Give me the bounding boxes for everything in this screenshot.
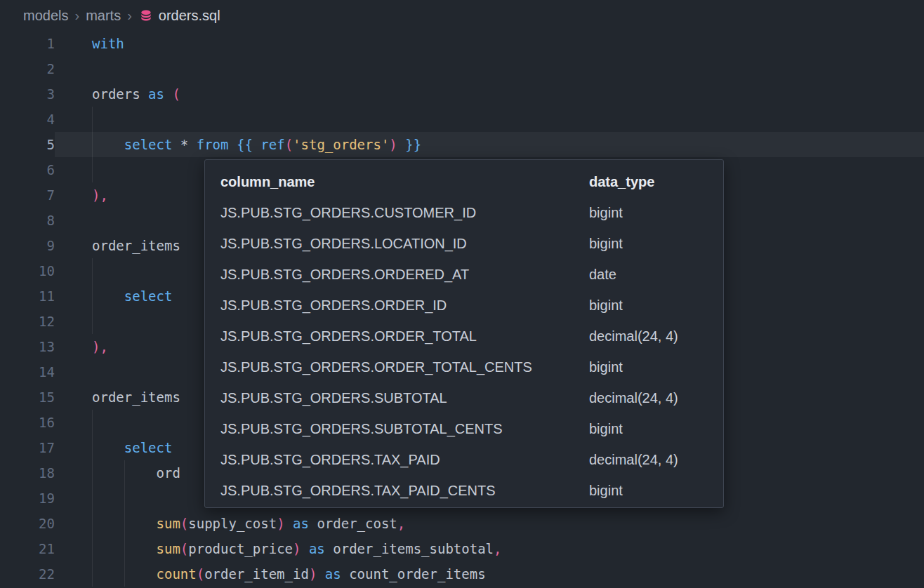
line-number: 19	[0, 486, 55, 511]
code-token: order_items	[92, 389, 180, 405]
data-type-cell: decimal(24, 4)	[589, 321, 723, 352]
indent-guide	[124, 486, 125, 511]
code-token	[317, 566, 324, 582]
code-token: select	[124, 137, 173, 152]
editor-window: { "breadcrumb": { "path": ["models", "ma…	[0, 0, 924, 588]
column-name-cell: JS.PUB.STG_ORDERS.ORDER_TOTAL	[220, 321, 589, 352]
line-number: 6	[0, 157, 55, 182]
code-line-3[interactable]: orders as (	[55, 81, 924, 107]
code-token: count_order_items	[349, 566, 485, 582]
column-name-cell: JS.PUB.STG_ORDERS.TAX_PAID_CENTS	[220, 475, 589, 506]
code-token: count	[157, 566, 197, 582]
code-token	[92, 137, 124, 152]
line-number: 21	[0, 536, 55, 561]
code-token: from	[197, 137, 229, 152]
code-token: sum	[157, 541, 180, 556]
breadcrumb-separator: ›	[127, 8, 132, 24]
data-type-cell: decimal(24, 4)	[589, 382, 723, 413]
code-token: ),	[92, 339, 108, 354]
code-token: )	[309, 566, 317, 582]
code-token	[92, 440, 124, 455]
indent-guide	[92, 435, 93, 460]
code-token: )	[389, 137, 397, 152]
column-name-header: column_name	[220, 166, 589, 197]
indent-guide	[92, 536, 93, 561]
indent-guide	[124, 460, 125, 486]
code-token: 'stg_orders'	[293, 137, 389, 152]
code-token	[253, 137, 260, 152]
code-token: order_items_subtotal	[333, 541, 494, 556]
code-line-1[interactable]: with	[55, 31, 924, 56]
line-number: 22	[0, 561, 55, 587]
data-type-cell: bigint	[589, 352, 723, 382]
line-number: 15	[0, 385, 55, 410]
code-token	[92, 288, 124, 304]
line-number-gutter: 12345678910111213141516171819202122	[0, 31, 55, 587]
code-token: as	[309, 541, 325, 556]
code-token: )	[277, 516, 284, 531]
indent-guide	[92, 107, 93, 132]
code-token: }}	[405, 137, 421, 152]
code-token: (	[197, 566, 204, 582]
breadcrumb-file[interactable]: orders.sql	[159, 8, 220, 24]
line-number: 10	[0, 258, 55, 283]
indent-guide	[124, 536, 125, 561]
code-line-20[interactable]: sum(supply_cost) as order_cost,	[55, 511, 924, 536]
indent-guide	[92, 460, 93, 486]
code-line-5[interactable]: select * from {{ ref('stg_orders') }}	[55, 132, 924, 157]
code-token: *	[172, 137, 196, 152]
indent-guide	[124, 561, 125, 587]
breadcrumb-item[interactable]: marts	[86, 8, 121, 24]
code-token: select	[124, 288, 173, 304]
code-token: as	[325, 566, 341, 582]
indent-guide	[92, 132, 93, 157]
code-token	[285, 516, 293, 531]
line-number: 17	[0, 435, 55, 460]
indent-guide	[92, 410, 93, 435]
code-token: order_item_id	[204, 566, 309, 582]
line-number: 13	[0, 334, 55, 359]
column-name-cell: JS.PUB.STG_ORDERS.SUBTOTAL	[220, 382, 589, 413]
hover-popup: column_name data_type JS.PUB.STG_ORDERS.…	[204, 159, 724, 508]
breadcrumb-item[interactable]: models	[23, 8, 68, 24]
code-line-2[interactable]	[55, 56, 924, 81]
code-token: {{	[237, 137, 253, 152]
code-token: (	[180, 541, 188, 556]
code-line-22[interactable]: count(order_item_id) as count_order_item…	[55, 561, 924, 587]
code-token	[309, 516, 317, 531]
line-number: 2	[0, 56, 55, 81]
popup-table: column_name data_type JS.PUB.STG_ORDERS.…	[220, 166, 723, 506]
code-line-4[interactable]	[55, 107, 924, 132]
column-name-cell: JS.PUB.STG_ORDERS.SUBTOTAL_CENTS	[220, 413, 589, 444]
column-name-cell: JS.PUB.STG_ORDERS.LOCATION_ID	[220, 228, 589, 259]
indent-guide	[92, 283, 93, 309]
line-number: 7	[0, 182, 55, 208]
column-name-cell: JS.PUB.STG_ORDERS.ORDERED_AT	[220, 259, 589, 290]
line-number: 16	[0, 410, 55, 435]
line-number: 1	[0, 31, 55, 56]
code-token: with	[92, 36, 124, 51]
column-name-cell: JS.PUB.STG_ORDERS.ORDER_TOTAL_CENTS	[220, 352, 589, 382]
data-type-cell: date	[589, 259, 723, 290]
code-token: sum	[157, 516, 180, 531]
indent-guide	[124, 511, 125, 536]
code-line-21[interactable]: sum(product_price) as order_items_subtot…	[55, 536, 924, 561]
code-token: )	[293, 541, 301, 556]
data-type-cell: bigint	[589, 197, 723, 228]
line-number: 4	[0, 107, 55, 132]
code-token: as	[293, 516, 309, 531]
code-token: order_items	[92, 238, 180, 253]
line-number: 9	[0, 233, 55, 258]
indent-guide	[92, 486, 93, 511]
line-number: 20	[0, 511, 55, 536]
code-token: as	[148, 86, 164, 102]
line-number: 8	[0, 208, 55, 233]
code-token: (	[180, 516, 188, 531]
breadcrumb-separator: ›	[74, 8, 79, 24]
code-token: ,	[494, 541, 501, 556]
code-token: product_price	[188, 541, 293, 556]
code-token: orders	[92, 86, 140, 102]
code-token: (	[172, 86, 180, 102]
database-icon	[139, 8, 153, 22]
line-number: 12	[0, 309, 55, 334]
